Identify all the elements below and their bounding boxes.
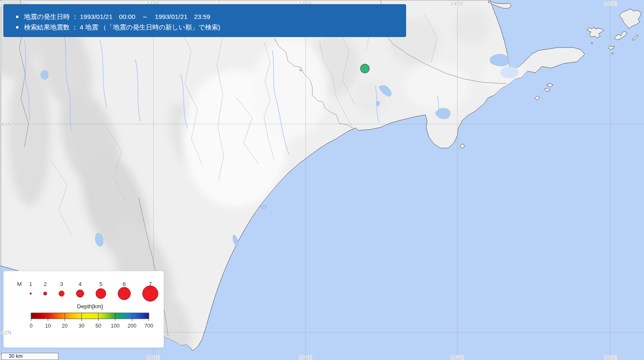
longitude-label: 144E (299, 354, 312, 360)
magnitude-circle (59, 291, 64, 296)
magnitude-tick-label: 5 (99, 281, 103, 287)
earthquake-map-page: 142E142E143E143E144E144E145E145E146E146E… (0, 0, 644, 360)
magnitude-circle (118, 287, 131, 300)
search-period-text: 地震の発生日時 ： 1993/01/21 00:00 ～ 1993/01/21 … (24, 13, 210, 20)
magnitude-circle (96, 289, 106, 299)
scale-indicator: 30 km (1, 353, 58, 360)
search-period-line: 地震の発生日時 ： 1993/01/21 00:00 ～ 1993/01/21 … (16, 11, 406, 22)
legend-graphic: M1234567Depth[km]010203050100200700 (4, 271, 164, 347)
magnitude-tick-label: 6 (123, 281, 126, 287)
magnitude-circle (77, 290, 84, 297)
depth-tick-label: 30 (79, 323, 84, 329)
map-legend: M1234567Depth[km]010203050100200700 (3, 271, 164, 348)
epicenter-layer (361, 64, 370, 73)
epicenter-marker[interactable] (361, 64, 370, 73)
magnitude-tick-label: 4 (79, 281, 82, 287)
longitude-label: 146E (604, 354, 617, 360)
depth-color-bar (31, 313, 149, 319)
bullet-icon (16, 16, 18, 18)
scale-label: 30 km (9, 353, 23, 359)
longitude-label: 143E (147, 354, 160, 360)
search-summary-panel: 地震の発生日時 ： 1993/01/21 00:00 ～ 1993/01/21 … (3, 4, 406, 37)
magnitude-circle (44, 292, 47, 295)
magnitude-tick-label: 1 (29, 281, 32, 287)
longitude-label: 146E (604, 0, 617, 7)
wetland (500, 66, 519, 78)
magnitude-tick-label: 2 (44, 281, 47, 287)
depth-tick-label: 700 (145, 323, 153, 329)
lake-furen (490, 54, 509, 66)
depth-tick-label: 0 (30, 323, 33, 329)
search-result-line: 検索結果地震数 ： 4 地震 （「地震の発生日時の新しい順」で検索) (16, 22, 406, 32)
depth-tick-label: 200 (128, 323, 137, 329)
magnitude-circle (143, 286, 158, 302)
magnitude-axis-label: M (17, 281, 21, 287)
depth-scale-title: Depth[km] (77, 303, 103, 310)
latitude-label: 43N (1, 121, 11, 127)
search-result-text: 検索結果地震数 ： 4 地震 （「地震の発生日時の新しい順」で検索) (24, 24, 220, 31)
depth-tick-label: 100 (111, 323, 120, 329)
depth-tick-label: 20 (62, 323, 68, 329)
longitude-label: 145E (451, 354, 464, 360)
bullet-icon (16, 26, 18, 29)
magnitude-tick-label: 3 (60, 281, 63, 287)
magnitude-circle (30, 293, 32, 294)
depth-tick-label: 50 (95, 323, 101, 329)
depth-tick-label: 10 (45, 323, 51, 329)
longitude-label: 145E (451, 0, 464, 7)
latitude-label: 42N (1, 329, 11, 336)
